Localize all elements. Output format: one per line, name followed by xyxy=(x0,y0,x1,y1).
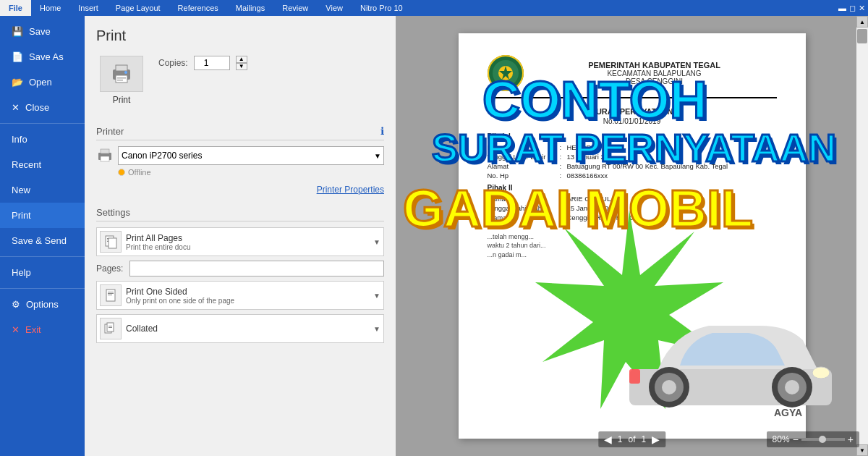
tab-references[interactable]: References xyxy=(169,0,227,16)
doc-title: SURAT PERNYATAAN xyxy=(488,107,777,116)
sidebar-item-recent[interactable]: Recent xyxy=(0,152,85,177)
save-as-icon: 📄 xyxy=(12,51,23,62)
sidebar-item-exit[interactable]: ✕ Exit xyxy=(0,317,85,342)
field-alamat2: Alamat : Cenggini RT 00/RW 00 xyxy=(488,214,777,221)
tab-home[interactable]: Home xyxy=(31,0,69,16)
tab-page-layout[interactable]: Page Layout xyxy=(107,0,169,16)
zoom-in-button[interactable]: + xyxy=(848,434,854,445)
print-button-label: Print xyxy=(113,95,131,105)
field-nama1: Nama : HENDRA xyxy=(488,143,777,151)
print-panel: Print Print Copies: xyxy=(85,16,396,456)
field-alamat1: Alamat : Batuagung RT 00/RW 00 Kec. Bapa… xyxy=(488,162,777,170)
close-window-icon[interactable]: ✕ xyxy=(859,4,865,13)
printer-status: Offline xyxy=(96,168,384,177)
setting-collated[interactable]: Collated ▼ xyxy=(96,314,384,343)
printer-icon xyxy=(110,62,133,85)
status-offline-dot xyxy=(118,169,125,176)
field-nama2: Nama : ARIE CELLULAR xyxy=(488,195,777,203)
one-sided-sub: Only print on one side of the page xyxy=(126,297,369,305)
pages-input[interactable] xyxy=(129,261,384,276)
svg-rect-21 xyxy=(109,327,112,328)
total-pages: 1 xyxy=(642,434,647,444)
printer-row: Canon iP2700 series ▼ xyxy=(96,146,384,165)
sidebar-item-open[interactable]: 📂 Open xyxy=(0,69,85,95)
restore-icon[interactable]: ◻ xyxy=(849,4,856,13)
one-sided-arrow: ▼ xyxy=(373,292,380,300)
copies-row: Copies: ▲ ▼ xyxy=(158,56,384,70)
save-icon: 💾 xyxy=(12,26,23,37)
copies-up[interactable]: ▲ xyxy=(236,56,247,63)
zoom-out-button[interactable]: − xyxy=(793,434,799,445)
copies-spinner: ▲ ▼ xyxy=(236,56,247,70)
ribbon-right: ▬ ◻ ✕ xyxy=(835,4,868,13)
minimize-icon[interactable]: ▬ xyxy=(838,4,846,12)
svg-rect-7 xyxy=(101,149,109,153)
backstage-sidebar: 💾 Save 📄 Save As 📂 Open ✕ Close Info Rec… xyxy=(0,16,85,456)
svg-rect-17 xyxy=(108,295,112,295)
copies-input[interactable] xyxy=(194,56,230,70)
svg-rect-20 xyxy=(109,326,112,326)
doc-preview: ▲ ▼ PEMERINTAH KABUPAT xyxy=(396,16,868,456)
sidebar-item-new[interactable]: New xyxy=(0,177,85,203)
sidebar-item-save-send[interactable]: Save & Send xyxy=(0,228,85,253)
print-preview-icon xyxy=(100,56,143,92)
sidebar-divider-2 xyxy=(0,256,85,257)
doc-header: PEMERINTAH KABUPATEN TEGAL KECAMATAN BAL… xyxy=(488,55,777,98)
prev-page-button[interactable]: ◀ xyxy=(604,434,612,445)
printer-select-wrapper: Canon iP2700 series ▼ xyxy=(118,146,384,165)
ribbon: File Home Insert Page Layout References … xyxy=(0,0,868,16)
svg-point-34 xyxy=(812,367,830,379)
all-pages-arrow: ▼ xyxy=(373,238,380,246)
setting-one-sided[interactable]: Print One Sided Only print on one side o… xyxy=(96,281,384,310)
svg-point-5 xyxy=(124,71,127,74)
pihak1-label: Pihak I xyxy=(488,132,777,140)
next-page-button[interactable]: ▶ xyxy=(652,434,660,445)
zoom-control: 80% − + xyxy=(767,431,859,447)
collated-arrow: ▼ xyxy=(373,325,380,333)
field-tgl1: Tanggal Lahir Lahir : 13 Januari 201 xyxy=(488,153,777,161)
doc-number: No.01/01/01/2019 xyxy=(488,117,777,125)
printer-properties: Printer Properties xyxy=(96,182,384,195)
printer-section-header: Printer ℹ xyxy=(96,125,384,140)
printer-small-icon xyxy=(96,147,114,164)
printer-select[interactable]: Canon iP2700 series xyxy=(118,146,384,165)
tab-insert[interactable]: Insert xyxy=(69,0,107,16)
sidebar-item-save[interactable]: 💾 Save xyxy=(0,19,85,44)
all-pages-icon xyxy=(100,231,122,253)
sidebar-item-save-as[interactable]: 📄 Save As xyxy=(0,44,85,69)
sidebar-top: 💾 Save 📄 Save As 📂 Open ✕ Close Info Rec… xyxy=(0,19,85,342)
svg-rect-15 xyxy=(108,292,114,292)
zoom-slider[interactable] xyxy=(819,436,826,443)
sidebar-item-close[interactable]: ✕ Close xyxy=(0,95,85,120)
open-icon: 📂 xyxy=(12,77,23,88)
sidebar-item-info[interactable]: Info xyxy=(0,127,85,152)
pages-label: Pages: xyxy=(96,263,125,274)
settings-title: Settings xyxy=(96,207,384,221)
svg-rect-4 xyxy=(117,80,123,81)
exit-icon: ✕ xyxy=(12,324,20,335)
setting-all-pages[interactable]: Print All Pages Print the entire docu ▼ xyxy=(96,227,384,256)
field-tgl2: Tanggal Lahir Lahir : 15 Januari 2009 xyxy=(488,204,777,212)
printer-properties-link[interactable]: Printer Properties xyxy=(317,185,384,195)
sidebar-item-options[interactable]: ⚙ Options xyxy=(0,292,85,317)
doc-org: PEMERINTAH KABUPATEN TEGAL KECAMATAN BAL… xyxy=(532,61,777,85)
tab-file[interactable]: File xyxy=(0,0,31,16)
svg-rect-13 xyxy=(109,238,116,248)
pihak2-label: Pihak II xyxy=(488,184,777,192)
tab-nitro[interactable]: Nitro Pro 10 xyxy=(352,0,412,16)
copies-down[interactable]: ▼ xyxy=(236,63,247,70)
print-button[interactable]: Print xyxy=(96,56,147,105)
sidebar-item-help[interactable]: Help xyxy=(0,260,85,285)
tab-review[interactable]: Review xyxy=(273,0,317,16)
zoom-percent: 80% xyxy=(773,434,790,444)
printer-info-icon[interactable]: ℹ xyxy=(380,125,384,137)
collated-icon xyxy=(100,318,122,339)
tab-view[interactable]: View xyxy=(317,0,352,16)
doc-body: SURAT PERNYATAAN No.01/01/01/2019 Pihak … xyxy=(488,107,777,259)
doc-logo xyxy=(488,55,524,91)
sidebar-item-print[interactable]: Print xyxy=(0,203,85,228)
doc-org-line1: PEMERINTAH KABUPATEN TEGAL xyxy=(532,61,777,69)
svg-rect-8 xyxy=(101,156,109,161)
tab-mailings[interactable]: Mailings xyxy=(227,0,273,16)
main-layout: 💾 Save 📄 Save As 📂 Open ✕ Close Info Rec… xyxy=(0,16,868,456)
